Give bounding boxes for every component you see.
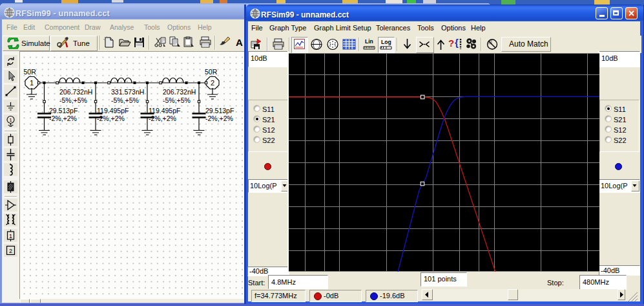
svg-text:1: 1 bbox=[30, 79, 34, 87]
svg-text:2: 2 bbox=[9, 247, 12, 254]
svg-text:2: 2 bbox=[211, 79, 214, 87]
svg-text:Lin: Lin bbox=[365, 38, 373, 45]
svg-text:Log: Log bbox=[381, 39, 391, 45]
svg-text:1: 1 bbox=[9, 233, 12, 239]
svg-text:1: 1 bbox=[9, 117, 12, 123]
